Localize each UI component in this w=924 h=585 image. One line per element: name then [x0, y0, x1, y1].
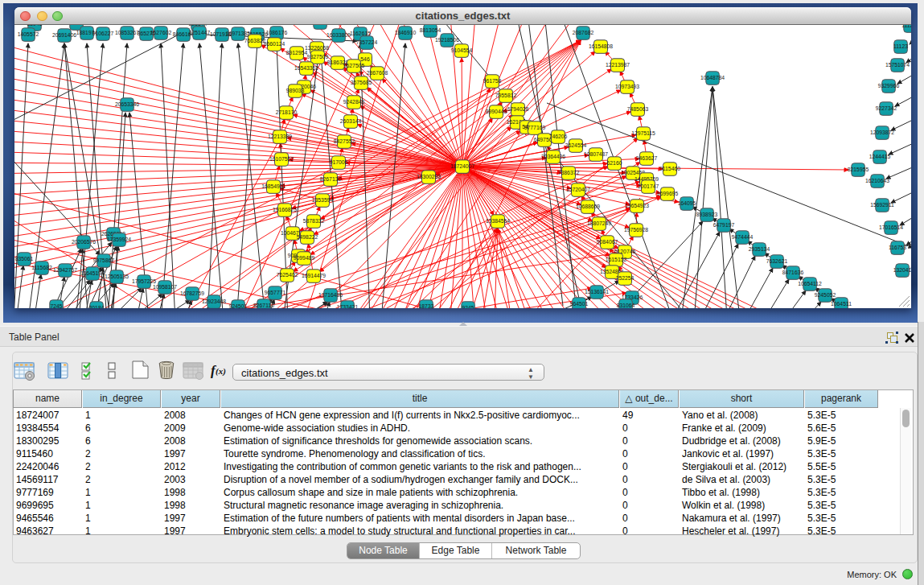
svg-text:9474444: 9474444 [732, 234, 754, 240]
svg-text:9699695: 9699695 [657, 191, 679, 196]
svg-text:18724007: 18724007 [450, 163, 474, 169]
svg-text:10853267: 10853267 [115, 30, 139, 35]
svg-text:8990448: 8990448 [486, 109, 507, 114]
svg-text:7485063: 7485063 [627, 106, 649, 112]
svg-text:62160: 62160 [607, 160, 622, 166]
svg-text:7857224: 7857224 [356, 39, 378, 45]
svg-text:17016514: 17016514 [879, 225, 903, 230]
svg-text:18807249: 18807249 [587, 220, 611, 226]
svg-text:252254: 252254 [616, 275, 634, 281]
svg-text:1115682: 1115682 [31, 265, 52, 270]
svg-text:15136141: 15136141 [585, 289, 609, 295]
svg-text:8912954: 8912954 [286, 50, 308, 56]
svg-text:835061: 835061 [15, 256, 34, 262]
svg-text:10688609: 10688609 [576, 204, 600, 209]
svg-text:12213987: 12213987 [606, 62, 630, 68]
svg-text:16854911: 16854911 [261, 183, 285, 189]
svg-text:19756928: 19756928 [624, 227, 648, 233]
svg-text:917006: 917006 [330, 159, 348, 165]
svg-text:9657771: 9657771 [265, 290, 286, 295]
svg-text:12213389: 12213389 [268, 134, 292, 139]
svg-text:10973493: 10973493 [615, 84, 639, 89]
svg-text:1405572: 1405572 [18, 31, 39, 37]
svg-text:88041: 88041 [27, 25, 43, 27]
svg-text:9227342: 9227342 [876, 105, 897, 111]
svg-text:9115460: 9115460 [659, 166, 680, 171]
svg-text:111274: 111274 [901, 25, 911, 28]
svg-text:16782759: 16782759 [180, 290, 204, 296]
svg-text:(x): (x) [216, 366, 226, 377]
svg-text:9242848: 9242848 [343, 99, 365, 105]
svg-text:7386372: 7386372 [558, 170, 580, 175]
svg-text:19218506: 19218506 [435, 37, 459, 43]
svg-text:132041: 132041 [893, 267, 911, 273]
svg-text:7625402: 7625402 [277, 272, 298, 278]
svg-text:1846910: 1846910 [395, 30, 417, 35]
svg-text:12975115: 12975115 [631, 130, 655, 136]
svg-text:16210643: 16210643 [865, 178, 889, 183]
svg-text:3675685: 3675685 [351, 80, 372, 85]
svg-text:5878332: 5878332 [303, 218, 325, 224]
svg-text:15692911: 15692911 [870, 202, 894, 208]
svg-text:17359924: 17359924 [107, 237, 131, 242]
svg-text:3624554: 3624554 [565, 142, 587, 148]
svg-text:1086176: 1086176 [266, 30, 288, 35]
svg-text:164095: 164095 [678, 200, 696, 206]
svg-text:8813054: 8813054 [420, 27, 441, 33]
svg-text:8427552: 8427552 [334, 138, 355, 144]
svg-text:11123: 11123 [893, 43, 908, 49]
svg-text:989033: 989033 [286, 88, 305, 93]
svg-text:2867608: 2867608 [367, 70, 388, 76]
svg-text:7663822: 7663822 [244, 38, 266, 43]
svg-text:11645194: 11645194 [80, 270, 105, 276]
svg-text:961758: 961758 [483, 78, 502, 84]
svg-text:19166825: 19166825 [273, 207, 297, 212]
svg-text:9099489: 9099489 [294, 255, 315, 261]
svg-text:15720407: 15720407 [566, 187, 590, 192]
svg-text:1527602: 1527602 [150, 30, 172, 35]
svg-text:20364436: 20364436 [541, 154, 565, 159]
svg-text:8215955: 8215955 [848, 167, 869, 172]
svg-text:9463627: 9463627 [636, 155, 658, 161]
svg-text:209114: 209114 [68, 25, 85, 26]
svg-text:8660124: 8660124 [264, 41, 285, 47]
svg-text:20653346: 20653346 [115, 101, 139, 107]
svg-text:746206: 746206 [549, 134, 568, 139]
svg-text:2087682: 2087682 [573, 30, 594, 35]
svg-text:831064: 831064 [617, 303, 635, 308]
svg-text:9329966: 9329966 [878, 83, 900, 89]
svg-text:10807487: 10807487 [584, 151, 608, 157]
svg-text:9327509: 9327509 [307, 54, 329, 60]
svg-text:9245052: 9245052 [815, 292, 836, 298]
svg-text:116753: 116753 [889, 245, 906, 250]
svg-text:19384554: 19384554 [486, 218, 510, 224]
svg-text:10648784: 10648784 [700, 75, 725, 80]
svg-text:12942757: 12942757 [53, 267, 77, 273]
svg-text:1001747: 1001747 [638, 183, 659, 189]
svg-text:16543362: 16543362 [294, 65, 318, 71]
svg-text:2603144: 2603144 [340, 118, 362, 124]
svg-text:9975867: 9975867 [93, 257, 115, 263]
svg-text:546: 546 [360, 56, 370, 62]
svg-text:5498222: 5498222 [297, 234, 318, 240]
svg-text:19654923: 19654923 [625, 203, 649, 208]
svg-text:10654112: 10654112 [798, 281, 822, 286]
svg-text:12505135: 12505135 [105, 274, 129, 279]
svg-text:7955812: 7955812 [495, 93, 517, 98]
svg-text:20206576: 20206576 [72, 239, 96, 245]
svg-text:15751074: 15751074 [885, 62, 910, 68]
svg-text:6479197: 6479197 [713, 222, 735, 228]
svg-text:1064511: 1064511 [831, 301, 852, 307]
svg-text:8267110: 8267110 [253, 303, 274, 308]
svg-text:12093872: 12093872 [870, 130, 894, 135]
svg-text:13716485: 13716485 [318, 292, 343, 298]
svg-text:9104554: 9104554 [451, 47, 473, 53]
svg-text:924501: 924501 [229, 303, 248, 308]
svg-text:16107552: 16107552 [269, 156, 294, 162]
svg-text:2251447: 2251447 [189, 30, 211, 35]
svg-text:2935134: 2935134 [749, 246, 770, 252]
svg-text:10958107: 10958107 [153, 284, 177, 290]
svg-text:9245: 9245 [462, 305, 474, 308]
svg-text:1353594: 1353594 [312, 197, 334, 203]
svg-text:8267130: 8267130 [320, 176, 342, 182]
